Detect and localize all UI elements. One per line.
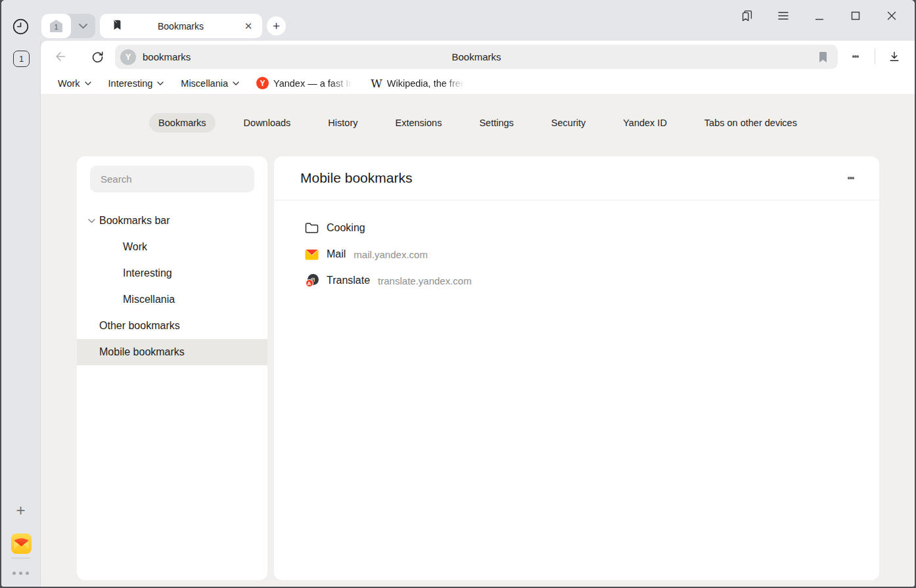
- tree-item-miscellania[interactable]: Miscellania: [77, 286, 267, 313]
- tab-settings[interactable]: Settings: [470, 113, 522, 133]
- toolbar-divider: [875, 49, 875, 64]
- panel-title: Mobile bookmarks: [300, 156, 412, 200]
- bookmarks-bar-folder-work[interactable]: Work: [58, 78, 91, 89]
- folder-label: Interesting: [108, 78, 153, 89]
- back-arrow-icon[interactable]: [46, 41, 75, 72]
- tree-item-other-bookmarks[interactable]: Other bookmarks: [77, 313, 267, 339]
- tree-label: Work: [123, 241, 147, 253]
- tab-extensions[interactable]: Extensions: [386, 113, 451, 133]
- window-controls: [729, 0, 909, 31]
- bookmark-url: translate.yandex.com: [378, 275, 472, 286]
- bookmark-name: Mail: [327, 248, 346, 260]
- bookmarks-bar-folder-interesting[interactable]: Interesting: [108, 78, 164, 89]
- chevron-down-icon: [85, 81, 91, 85]
- manager-nav: Bookmarks Downloads History Extensions S…: [41, 113, 915, 133]
- tree-item-work[interactable]: Work: [77, 234, 267, 260]
- browser-window: 1 Bookmarks ✕ +: [1, 0, 915, 587]
- bookmarks-bar: Work Interesting Miscellania Y Yandex — …: [41, 72, 915, 94]
- folder-label: Work: [58, 78, 80, 89]
- close-button[interactable]: [873, 3, 909, 29]
- workspace-1-button[interactable]: 1: [13, 51, 30, 67]
- list-item-mail[interactable]: Mail mail.yandex.com: [274, 241, 879, 267]
- bookmark-name: Cooking: [327, 222, 365, 234]
- folder-label: Miscellania: [181, 78, 228, 89]
- bookmarks-tree: Bookmarks bar Work Interesting Miscellan…: [77, 208, 267, 365]
- tab-other-devices[interactable]: Tabs on other devices: [695, 113, 806, 133]
- side-strip: 1 +: [1, 41, 41, 587]
- tree-item-mobile-bookmarks[interactable]: Mobile bookmarks: [77, 339, 267, 365]
- tab-downloads[interactable]: Downloads: [235, 113, 300, 133]
- tree-item-bookmarks-bar[interactable]: Bookmarks bar: [77, 208, 267, 234]
- link-label: Wikipedia, the free: [387, 78, 466, 89]
- panel-kebab-icon[interactable]: [841, 169, 861, 187]
- tab-group-control[interactable]: 1: [41, 14, 95, 38]
- yandex-translate-icon: Я A: [305, 274, 319, 287]
- bookmarks-main-panel: Mobile bookmarks Cooking Mail mail.yande…: [274, 156, 879, 580]
- page-title: Bookmarks: [115, 51, 838, 62]
- bookmarks-panel-icon[interactable]: [729, 3, 765, 29]
- bookmarks-bar-folder-miscellania[interactable]: Miscellania: [181, 78, 239, 89]
- tree-label: Bookmarks bar: [99, 215, 170, 227]
- bookmarks-bar-link-yandex[interactable]: Y Yandex — a fast In: [256, 77, 354, 89]
- panel-header: Mobile bookmarks: [274, 156, 879, 200]
- bookmark-url: mail.yandex.com: [354, 249, 428, 260]
- bookmark-flag-icon[interactable]: [814, 49, 831, 66]
- tab-shape-icon: 1: [50, 20, 62, 32]
- tree-label: Mobile bookmarks: [99, 346, 185, 358]
- yandex-mail-icon: [305, 249, 319, 260]
- new-tab-button[interactable]: +: [267, 16, 286, 35]
- titlebar: 1 Bookmarks ✕ +: [1, 0, 915, 41]
- minimize-button[interactable]: [801, 3, 837, 29]
- url-text: bookmarks: [143, 51, 191, 62]
- strip-add-icon[interactable]: +: [1, 501, 40, 520]
- downloads-icon[interactable]: [883, 47, 905, 66]
- yandex-mail-app-icon[interactable]: [11, 533, 32, 554]
- menu-hamburger-icon[interactable]: [765, 3, 801, 29]
- chevron-down-icon: [79, 24, 87, 29]
- chevron-down-icon: [157, 81, 164, 85]
- tree-item-interesting[interactable]: Interesting: [77, 260, 267, 286]
- list-item-translate[interactable]: Я A Translate translate.yandex.com: [274, 267, 879, 294]
- bookmarks-list: Cooking Mail mail.yandex.com Я A: [274, 215, 879, 294]
- yandex-favicon: Y: [256, 77, 269, 89]
- chevron-down-icon[interactable]: [88, 219, 99, 223]
- tab-yandex-id[interactable]: Yandex ID: [614, 113, 676, 133]
- chevron-down-icon: [233, 81, 239, 85]
- bookmarks-bar-link-wikipedia[interactable]: W Wikipedia, the free: [371, 77, 466, 90]
- tab-group-chevron[interactable]: [71, 14, 95, 38]
- tab-close-icon[interactable]: ✕: [239, 16, 258, 36]
- tab-history[interactable]: History: [319, 113, 367, 133]
- reload-icon[interactable]: [83, 41, 112, 72]
- tree-label: Miscellania: [123, 294, 175, 305]
- bookmark-name: Translate: [327, 275, 370, 286]
- bookmarks-sidebar-panel: Bookmarks bar Work Interesting Miscellan…: [77, 156, 267, 580]
- toolbar: Y bookmarks Bookmarks: [41, 41, 915, 72]
- strip-more-icon[interactable]: [1, 572, 40, 575]
- maximize-button[interactable]: [837, 3, 873, 29]
- bookmark-favicon-icon: [112, 19, 123, 34]
- list-item-cooking[interactable]: Cooking: [274, 215, 879, 241]
- tab-group-count[interactable]: 1: [41, 14, 71, 38]
- active-tab[interactable]: Bookmarks ✕: [100, 14, 262, 38]
- content-area: Bookmarks Downloads History Extensions S…: [41, 94, 915, 587]
- wikipedia-favicon: W: [371, 77, 382, 90]
- toolbar-kebab-icon[interactable]: [846, 47, 865, 66]
- tab-title: Bookmarks: [123, 21, 239, 32]
- tab-bookmarks[interactable]: Bookmarks: [149, 113, 216, 133]
- tree-label: Other bookmarks: [99, 320, 180, 332]
- search-input[interactable]: [90, 166, 254, 192]
- history-clock-icon[interactable]: [12, 18, 30, 35]
- address-bar[interactable]: Y bookmarks Bookmarks: [115, 45, 838, 69]
- browser-logo-icon: Y: [120, 49, 136, 65]
- strip-divider: [11, 558, 30, 558]
- link-label: Yandex — a fast In: [273, 78, 354, 89]
- tree-label: Interesting: [123, 267, 172, 279]
- tab-security[interactable]: Security: [542, 113, 595, 133]
- folder-icon: [305, 222, 319, 234]
